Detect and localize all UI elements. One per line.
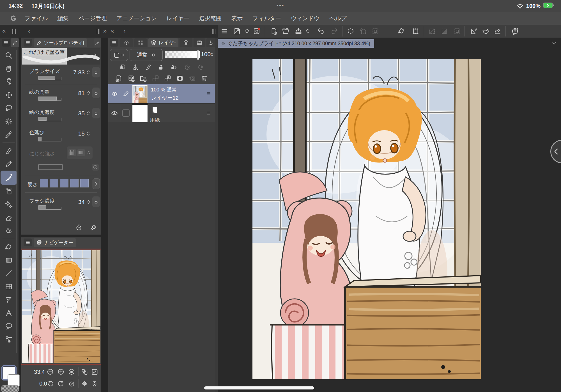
tool-frame-border[interactable] bbox=[1, 280, 17, 293]
tool-airbrush[interactable] bbox=[1, 185, 17, 198]
open-file-icon[interactable] bbox=[281, 27, 290, 36]
sub-tool-preview-card[interactable]: これだけで塗る筆 bbox=[22, 48, 100, 65]
menu-view[interactable]: 表示 bbox=[231, 15, 243, 22]
tool-list-scrollbar[interactable] bbox=[16, 50, 17, 353]
dock-drag-handle[interactable] bbox=[212, 29, 215, 34]
blur-preview-b[interactable] bbox=[77, 149, 85, 156]
layer-visibility-eye-icon[interactable] bbox=[108, 104, 121, 123]
transparent-color-swatch[interactable] bbox=[1, 385, 19, 392]
rotate-left-icon[interactable] bbox=[47, 380, 54, 387]
restore-defaults-icon[interactable] bbox=[75, 224, 82, 231]
save-icon[interactable] bbox=[294, 27, 303, 36]
apply-mask-icon[interactable] bbox=[188, 75, 196, 82]
zoom-out-icon[interactable] bbox=[47, 368, 54, 375]
collapse-dock-button[interactable]: « bbox=[111, 25, 114, 38]
menu-file[interactable]: ファイル bbox=[25, 15, 48, 22]
snap-special-ruler-icon[interactable] bbox=[481, 27, 490, 36]
menu-help[interactable]: ヘルプ bbox=[329, 15, 346, 22]
value-stepper-icon[interactable] bbox=[86, 199, 91, 205]
clip-studio-app-icon[interactable] bbox=[252, 27, 261, 36]
canvas-document[interactable] bbox=[252, 59, 481, 379]
auto-action-spinner-icon[interactable] bbox=[346, 27, 355, 36]
zoom-reset-icon[interactable] bbox=[68, 368, 75, 375]
expand-dock-button[interactable]: » bbox=[103, 25, 107, 38]
value-stepper-icon[interactable] bbox=[86, 130, 91, 137]
layer-opacity-slider[interactable] bbox=[165, 51, 200, 58]
menu-window[interactable]: ウィンドウ bbox=[291, 15, 319, 22]
tab-layer-active[interactable]: レイヤ- bbox=[148, 38, 178, 47]
navigator-menu-icon[interactable] bbox=[24, 239, 32, 246]
layer-checkbox[interactable] bbox=[121, 104, 131, 123]
hardness-level-4[interactable] bbox=[70, 179, 79, 187]
select-launcher-icon[interactable] bbox=[358, 27, 367, 36]
toolbar-stepper-icon[interactable] bbox=[244, 27, 250, 36]
new-layer-folder-icon[interactable] bbox=[139, 75, 147, 82]
color-stretch-slider[interactable] bbox=[38, 137, 61, 141]
layer-visibility-eye-icon[interactable] bbox=[108, 84, 121, 103]
param-dynamics-button[interactable] bbox=[92, 67, 100, 77]
clip-to-layer-below-icon[interactable] bbox=[119, 64, 126, 71]
fit-to-screen-icon[interactable] bbox=[81, 368, 88, 375]
undo-icon[interactable] bbox=[316, 27, 325, 36]
menu-filter[interactable]: フィルター bbox=[252, 15, 281, 22]
redo-icon[interactable] bbox=[330, 27, 339, 36]
draft-layer-icon[interactable] bbox=[145, 64, 152, 71]
tab-tone[interactable] bbox=[120, 38, 133, 47]
new-vector-layer-icon[interactable] bbox=[127, 75, 135, 82]
canvas-artwork[interactable] bbox=[252, 59, 481, 379]
tool-balloon[interactable] bbox=[1, 320, 17, 333]
tool-move-layer[interactable] bbox=[1, 88, 17, 102]
menu-page-manage[interactable]: ページ管理 bbox=[79, 15, 107, 22]
invert-selection-icon[interactable] bbox=[440, 27, 449, 36]
layer-row-paper[interactable]: 用紙 bbox=[108, 104, 215, 123]
tool-pen[interactable] bbox=[1, 144, 17, 157]
tool-eyedropper[interactable] bbox=[1, 128, 17, 141]
tool-brush-selected[interactable] bbox=[1, 171, 17, 185]
layer-panel-scrollbar[interactable] bbox=[215, 38, 218, 392]
h ardness-level-3[interactable] bbox=[60, 179, 68, 187]
new-canvas-icon[interactable] bbox=[269, 27, 278, 36]
tool-palette-menu-icon[interactable] bbox=[2, 39, 10, 47]
hardness-level-1[interactable] bbox=[40, 179, 48, 187]
menu-layer[interactable]: レイヤー bbox=[167, 15, 189, 22]
canvas-area[interactable]: ぐだ子ちゃんブライト* (A4 210.00 x 297.00mm 350dpi… bbox=[218, 38, 561, 392]
help-icon[interactable] bbox=[511, 27, 519, 36]
hardness-level-2[interactable] bbox=[50, 179, 58, 187]
layer-thumbnail[interactable] bbox=[132, 85, 148, 103]
tab-download[interactable] bbox=[206, 38, 215, 47]
rotate-reset-icon[interactable] bbox=[68, 380, 75, 387]
dock-drag-handle[interactable] bbox=[97, 29, 100, 34]
selection-pending-icon[interactable] bbox=[371, 27, 380, 36]
layer-row-handle-icon[interactable] bbox=[206, 91, 211, 96]
reference-layer-icon[interactable] bbox=[132, 64, 139, 71]
tool-zoom[interactable] bbox=[1, 49, 17, 62]
value-stepper-icon[interactable] bbox=[86, 90, 91, 97]
eyedropper-toggle-icon[interactable] bbox=[232, 27, 241, 36]
tool-auto-select[interactable] bbox=[1, 115, 17, 128]
multitask-dots-icon[interactable]: ••• bbox=[0, 3, 561, 9]
advanced-settings-wrench-icon[interactable] bbox=[90, 224, 97, 231]
lock-layer-icon[interactable] bbox=[157, 64, 164, 71]
tool-lasso[interactable] bbox=[1, 102, 17, 115]
tool-property-tab[interactable]: ツールプロパティ[ bbox=[34, 38, 87, 47]
tool-blend[interactable] bbox=[1, 224, 17, 237]
tab-color-mixing[interactable] bbox=[134, 38, 147, 47]
param-dynamics-button[interactable] bbox=[92, 88, 100, 98]
layer-panel-menu-icon[interactable] bbox=[110, 39, 118, 47]
paint-amount-slider[interactable] bbox=[38, 97, 61, 101]
tool-pencil[interactable] bbox=[1, 157, 17, 171]
opacity-slider-handle[interactable] bbox=[197, 50, 199, 60]
new-raster-layer-icon[interactable] bbox=[115, 75, 123, 82]
unlock-icon[interactable] bbox=[91, 53, 98, 59]
transform-icon[interactable] bbox=[411, 27, 420, 36]
opacity-stepper-icon[interactable] bbox=[210, 52, 214, 58]
collapse-left-dock-button[interactable]: « bbox=[2, 25, 6, 38]
tool-hand[interactable] bbox=[1, 62, 17, 75]
menu-animation[interactable]: アニメーション bbox=[117, 15, 157, 22]
lock-transparent-pixels-icon[interactable] bbox=[170, 64, 177, 71]
brush-density-slider[interactable] bbox=[38, 205, 61, 210]
rotate-right-icon[interactable] bbox=[57, 380, 65, 387]
delete-layer-icon[interactable] bbox=[201, 75, 208, 82]
layer-row-selected[interactable]: 100 % 通常 レイヤー12 bbox=[108, 84, 215, 104]
layer-list-empty-area[interactable] bbox=[108, 122, 215, 392]
